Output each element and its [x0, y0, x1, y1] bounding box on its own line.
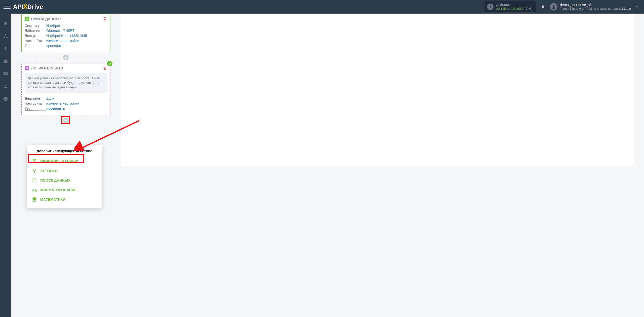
bell-icon[interactable]	[540, 4, 545, 9]
calculator-icon: +−	[32, 197, 37, 202]
logo[interactable]: API X Drive	[13, 3, 43, 11]
dropdown-item-search[interactable]: ПОИСК ДАННЫХ	[27, 176, 102, 185]
menu-button[interactable]	[4, 3, 11, 10]
trash-icon[interactable]	[103, 17, 107, 21]
step-2-number: 2	[25, 17, 29, 21]
check-badge-icon	[107, 61, 112, 66]
step-3-action-link[interactable]: Если	[46, 96, 54, 100]
trash-icon[interactable]	[103, 66, 107, 70]
dropdown-item-math[interactable]: +− МАТЕМАТИКА	[27, 195, 102, 204]
sitemap-icon[interactable]	[3, 33, 8, 39]
svg-point-15	[34, 170, 35, 172]
actions-counter[interactable]: i Действия: 22'135 из 100'000 (22%)	[485, 1, 536, 13]
info-icon: i	[487, 4, 494, 10]
svg-point-8	[5, 85, 7, 86]
main-panel	[120, 14, 634, 166]
svg-rect-3	[6, 37, 8, 38]
sidebar: $ ?	[0, 14, 11, 317]
step-3-test-link[interactable]: проверить	[46, 106, 65, 111]
aa-icon: Aa	[32, 187, 37, 193]
avatar-icon	[550, 3, 557, 11]
step-2-test-link[interactable]: проверить	[46, 44, 63, 48]
briefcase-icon[interactable]	[3, 58, 8, 64]
svg-text:+: +	[33, 197, 34, 199]
svg-text:−: −	[35, 197, 36, 199]
top-bar: API X Drive i Действия: 22'135 из 100'00…	[0, 0, 644, 14]
document-plus-icon	[32, 158, 37, 164]
youtube-icon[interactable]	[3, 71, 8, 76]
dollar-icon[interactable]: $	[3, 46, 8, 51]
step-3-number: 3	[25, 66, 29, 70]
svg-rect-1	[5, 34, 6, 35]
dropdown-title: Добавить следующее действие	[27, 149, 102, 153]
user-menu[interactable]: demo_apix-drive_s3 Тариф |Премиум PRO| д…	[550, 3, 631, 11]
logo-x: X	[23, 3, 28, 11]
user-icon[interactable]	[3, 84, 8, 89]
svg-rect-5	[4, 60, 8, 63]
dropdown-item-receiver[interactable]: ПРИЕМНИК ДАННЫХ	[27, 156, 102, 166]
username: demo_apix-drive_s3	[560, 3, 631, 7]
home-icon[interactable]	[3, 21, 8, 26]
step-3-card: 3 ЛОГИКА ЕСЛИ/ТО Данное условие сработае…	[21, 63, 110, 115]
help-icon[interactable]: ?	[3, 96, 8, 102]
step-2-title: ПРИЕМ ДАННЫХ	[31, 17, 62, 21]
add-action-dropdown: Добавить следующее действие ПРИЕМНИК ДАН…	[27, 145, 102, 208]
step-2-system-link[interactable]: HubSpot	[46, 24, 60, 28]
step-2-card: 2 ПРИЕМ ДАННЫХ СистемаHubSpot ДействиеОб…	[21, 14, 110, 52]
step-3-settings-link[interactable]: изменить настройки	[46, 101, 79, 105]
svg-text:?: ?	[5, 97, 6, 100]
step-2-access-link[interactable]: HubSpot Hub: 143801645	[46, 34, 87, 38]
scan-icon	[32, 178, 37, 183]
dropdown-item-format[interactable]: Aa ФОРМАТИРОВАНИЕ	[27, 185, 102, 195]
add-step-button-2[interactable]: +	[63, 118, 69, 123]
step-2-settings-link[interactable]: изменить настройки	[46, 39, 79, 43]
gear-brain-icon	[32, 168, 37, 174]
logo-drive: Drive	[27, 3, 43, 10]
svg-point-0	[553, 5, 554, 7]
plan-info: Тариф |Премиум PRO| до оплаты осталось 3…	[560, 7, 631, 11]
flow-column: 2 ПРИЕМ ДАННЫХ СистемаHubSpot ДействиеОб…	[21, 14, 110, 126]
svg-rect-2	[4, 37, 5, 38]
dropdown-item-ai[interactable]: AI TOOLS	[27, 166, 102, 176]
step-3-info: Данное условие сработает, если в блоке П…	[25, 73, 107, 93]
chevron-down-icon[interactable]	[635, 5, 640, 9]
svg-point-16	[34, 180, 35, 181]
step-2-action-link[interactable]: Обновить ТИКЕТ	[46, 29, 74, 33]
actions-label: Действия:	[496, 3, 532, 7]
logo-api: API	[13, 3, 24, 10]
add-step-button-1[interactable]: +	[63, 55, 69, 60]
step-3-title: ЛОГИКА ЕСЛИ/ТО	[31, 66, 63, 70]
svg-text:$: $	[5, 46, 7, 51]
